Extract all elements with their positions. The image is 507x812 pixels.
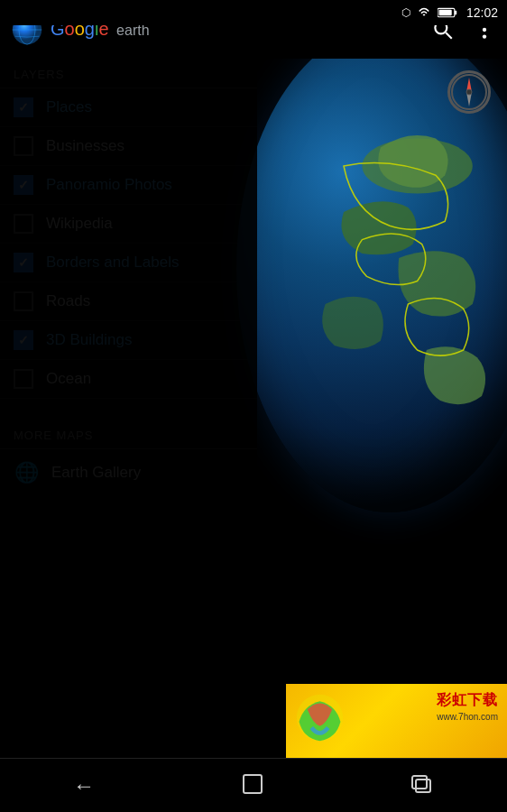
back-button[interactable]: ← — [46, 764, 122, 807]
battery-icon — [438, 7, 457, 18]
svg-point-10 — [483, 27, 486, 31]
svg-rect-16 — [412, 776, 427, 789]
svg-rect-17 — [416, 780, 430, 792]
svg-line-8 — [446, 32, 452, 39]
svg-rect-3 — [439, 10, 452, 15]
sidebar — [0, 0, 257, 812]
wifi-icon — [416, 6, 432, 19]
svg-rect-2 — [455, 11, 456, 15]
bluetooth-icon: ⬡ — [401, 6, 410, 19]
home-button[interactable] — [214, 763, 291, 808]
compass[interactable] — [447, 70, 491, 114]
recents-icon — [410, 774, 434, 794]
status-icons: ⬡ 12:02 — [401, 5, 498, 20]
status-bar: ⬡ 12:02 — [0, 0, 507, 25]
svg-point-11 — [483, 34, 486, 38]
bottom-nav-bar: ← — [0, 758, 507, 812]
watermark-overlay: 彩虹下载 www.7hon.com — [286, 684, 507, 758]
home-icon — [241, 772, 264, 796]
recents-button[interactable] — [383, 765, 461, 806]
globe-land-svg — [252, 74, 507, 488]
time-display: 12:02 — [466, 5, 498, 20]
svg-rect-15 — [244, 775, 262, 793]
compass-icon — [450, 73, 488, 111]
svg-point-13 — [466, 89, 472, 95]
